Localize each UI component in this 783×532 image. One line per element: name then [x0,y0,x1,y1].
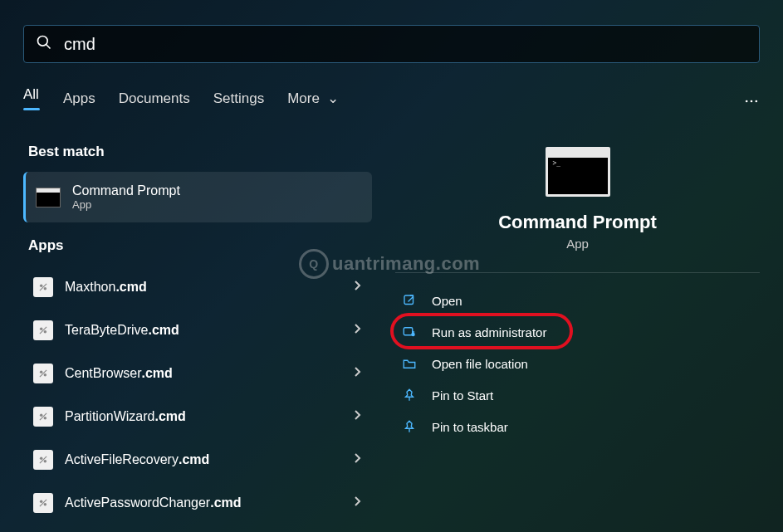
app-result-label: CentBrowser.cmd [65,366,342,381]
chevron-right-icon [354,409,362,424]
action-label: Open [432,294,462,308]
tab-documents[interactable]: Documents [119,90,190,115]
best-match-result[interactable]: Command Prompt App [23,172,372,222]
section-best-match: Best match [28,144,372,160]
chevron-right-icon [354,495,362,510]
app-result[interactable]: TeraByteDrive.cmd [23,309,372,352]
app-result[interactable]: ActivePasswordChanger.cmd [23,481,372,525]
svg-point-3 [751,100,753,102]
cmd-file-icon [33,364,53,383]
app-result[interactable]: ActiveFileRecovery.cmd [23,438,372,481]
app-result[interactable]: PartitionWizard.cmd [23,395,372,438]
app-result-label: TeraByteDrive.cmd [65,323,342,338]
svg-point-11 [40,414,43,417]
svg-rect-17 [404,295,414,305]
action-label: Pin to Start [432,388,493,403]
best-match-title: Command Prompt [72,183,180,198]
svg-point-15 [40,500,43,504]
best-match-subtitle: App [72,198,180,211]
folder-icon [402,356,417,371]
svg-point-16 [44,503,47,506]
svg-point-12 [44,417,47,420]
watermark-logo-icon: Q [299,249,329,279]
app-result-label: ActiveFileRecovery.cmd [65,452,342,467]
svg-line-1 [46,45,51,49]
svg-point-8 [44,330,47,334]
more-options-button[interactable] [743,93,760,113]
svg-point-5 [40,285,43,288]
svg-point-13 [40,457,43,461]
preview-subtitle: App [566,237,589,251]
svg-point-19 [411,333,415,337]
filter-tabs: All Apps Documents Settings More ⌄ [23,86,760,119]
svg-point-0 [38,37,48,46]
svg-point-9 [40,371,43,374]
svg-point-6 [44,287,47,290]
app-result-label: PartitionWizard.cmd [65,409,342,424]
tab-settings[interactable]: Settings [213,90,264,115]
chevron-right-icon [354,280,362,295]
search-box[interactable] [23,25,760,63]
pin-icon [402,419,417,434]
action-label: Open file location [432,357,528,371]
tab-more[interactable]: More ⌄ [287,90,338,115]
chevron-right-icon [354,366,362,381]
chevron-down-icon: ⌄ [327,90,339,106]
svg-point-14 [44,460,47,463]
tab-apps[interactable]: Apps [63,90,95,115]
chevron-right-icon [354,323,362,338]
cmd-file-icon [33,450,53,470]
action-pin-taskbar[interactable]: Pin to taskbar [395,411,760,442]
search-icon [36,34,52,54]
svg-point-2 [746,100,748,102]
app-result-label: ActivePasswordChanger.cmd [65,495,342,510]
command-prompt-icon [36,188,61,207]
action-open[interactable]: Open [395,285,760,316]
action-open-location[interactable]: Open file location [395,348,760,379]
preview-pane: Command Prompt App Open Run as administr… [395,139,760,525]
cmd-file-icon [33,277,53,297]
action-run-admin[interactable]: Run as administrator [395,316,760,348]
open-icon [402,293,417,308]
admin-icon [402,325,417,339]
pin-icon [402,388,417,403]
cmd-file-icon [33,493,53,513]
cmd-file-icon [33,320,53,340]
svg-point-7 [40,328,43,331]
action-label: Pin to taskbar [432,420,508,434]
app-result-label: Maxthon.cmd [65,280,342,295]
tab-all[interactable]: All [23,86,40,119]
preview-title: Command Prompt [498,212,657,233]
results-column: Best match Command Prompt App Apps Maxth… [23,139,372,525]
preview-app-icon [546,147,610,197]
svg-point-10 [44,373,47,377]
action-pin-start[interactable]: Pin to Start [395,379,760,411]
cmd-file-icon [33,407,53,427]
svg-point-4 [756,100,758,102]
app-result[interactable]: CentBrowser.cmd [23,352,372,395]
search-input[interactable] [64,35,747,54]
chevron-right-icon [354,452,362,467]
action-label: Run as administrator [432,325,546,339]
watermark: Q uantrimang.com [299,249,480,279]
svg-rect-18 [404,328,413,335]
